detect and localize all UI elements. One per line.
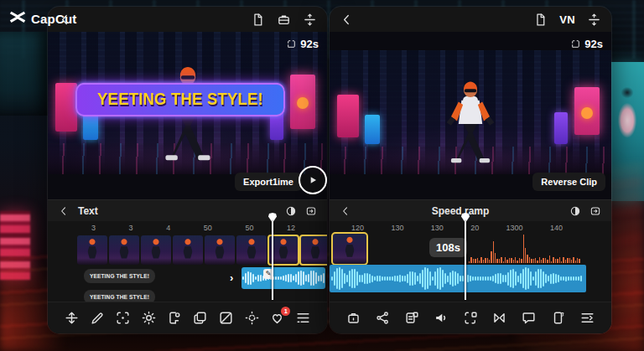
selected-clip-thumbnail[interactable] — [332, 233, 367, 265]
filmstrip-frame[interactable] — [300, 235, 327, 265]
waveform-bar — [470, 257, 471, 263]
waveform-bar — [409, 271, 411, 285]
waveform-bar — [313, 271, 314, 286]
audio-track-waveform[interactable] — [330, 265, 586, 292]
scene-billboard-pink — [55, 83, 77, 132]
audio-clip[interactable]: ✎ — [242, 267, 325, 289]
case-icon[interactable] — [345, 310, 361, 326]
waveform-bar — [257, 275, 259, 281]
scene-billboard-face — [290, 75, 315, 129]
back-icon[interactable] — [340, 13, 354, 27]
capcut-video-preview[interactable]: 92s YEETING THE STYLE! Export1ime — [48, 32, 327, 199]
maskoff-icon[interactable] — [218, 310, 234, 326]
waveform-bar — [354, 269, 356, 288]
select-icon[interactable] — [115, 310, 131, 326]
waveform-bar — [575, 261, 576, 263]
timeline-ruler[interactable]: 120130130201300140 — [330, 221, 611, 235]
waveform-bar — [397, 276, 398, 282]
chevron-right-icon[interactable]: › — [230, 271, 233, 284]
vn-video-preview[interactable]: 92s Reverse Clip — [330, 32, 611, 199]
contrast-icon[interactable] — [285, 205, 297, 217]
pencil-icon[interactable] — [90, 310, 106, 326]
waveform-bar — [473, 259, 474, 263]
overlap-icon[interactable] — [192, 310, 208, 326]
text-clip[interactable]: YEETING THE STYLE! — [84, 269, 155, 283]
ruler-tick-label: 50 — [204, 224, 212, 232]
waveform-bar — [344, 273, 345, 285]
waveform-bar — [245, 273, 247, 283]
filmstrip-frame[interactable] — [141, 235, 171, 265]
focus-icon[interactable] — [244, 310, 260, 326]
waveform-bar — [532, 276, 534, 281]
sun-icon[interactable] — [141, 310, 157, 326]
waveform-bar — [535, 258, 536, 263]
ruler-tick-label: 130 — [391, 224, 403, 232]
waveform-bar — [422, 270, 423, 287]
briefcase-icon[interactable] — [277, 13, 291, 27]
capture-icon[interactable] — [463, 310, 479, 326]
waveform-bar — [511, 258, 512, 263]
contrast-icon[interactable] — [569, 205, 581, 217]
waveform-bar — [457, 273, 459, 283]
transition-icon[interactable] — [491, 310, 507, 326]
waveform-bar — [569, 258, 570, 263]
phone3-icon[interactable] — [550, 310, 566, 326]
speed-ramp-waveform[interactable] — [469, 235, 583, 263]
sticker-icon[interactable] — [167, 310, 183, 326]
waveform-bar — [515, 271, 517, 286]
layers-icon[interactable] — [295, 310, 311, 326]
filmstrip-frame[interactable] — [205, 235, 235, 265]
speaker-icon[interactable] — [434, 310, 449, 326]
duration-bracket-icon — [286, 39, 297, 49]
waveform-bar — [555, 259, 556, 263]
filmstrip-frame[interactable] — [173, 235, 203, 265]
vn-timeline-body: 108s — [330, 235, 611, 333]
preview-scene — [330, 50, 611, 174]
export-split-icon[interactable] — [587, 13, 601, 27]
share-icon[interactable] — [375, 310, 391, 326]
capcut-toolbar: 1 — [48, 302, 327, 333]
play-button[interactable] — [299, 166, 327, 194]
filmstrip-frame[interactable] — [109, 235, 139, 265]
vn-toolbar — [330, 302, 611, 333]
tracks-icon[interactable] — [579, 310, 595, 326]
file-icon[interactable] — [533, 13, 548, 27]
export-split-icon[interactable] — [303, 13, 317, 27]
timeline-ruler[interactable]: 334505012 — [48, 221, 327, 235]
caption-overlay[interactable]: YEETING THE STYLE! — [75, 83, 285, 116]
waveform-bar — [550, 274, 552, 284]
waveform-bar — [519, 258, 520, 263]
export-button[interactable]: Export1ime — [235, 173, 302, 191]
video-filmstrip[interactable] — [77, 235, 327, 265]
waveform-bar — [285, 275, 287, 282]
waveform-bar — [525, 248, 526, 263]
waveform-bar — [563, 276, 564, 281]
filmstrip-frame[interactable] — [77, 235, 107, 265]
waveform-bar — [359, 275, 361, 281]
file-icon[interactable] — [251, 13, 265, 27]
waveform-bar — [500, 273, 501, 283]
waveform-bar — [543, 271, 544, 286]
waveform-bar — [539, 257, 540, 263]
waveform-bar — [247, 271, 249, 285]
waveform-bar — [449, 272, 451, 286]
docexport-icon[interactable] — [404, 310, 420, 326]
back-icon[interactable] — [58, 205, 70, 217]
waveform-bar — [278, 276, 279, 281]
waveform-bar — [480, 276, 481, 281]
frame-capture-icon[interactable] — [305, 205, 317, 217]
heart-icon[interactable]: 1 — [269, 310, 285, 326]
transform-icon[interactable] — [64, 310, 80, 326]
app-comparison-screen: CapCut — [0, 0, 644, 351]
waveform-bar — [361, 275, 363, 282]
waveform-bar — [489, 260, 490, 263]
comment-icon[interactable] — [521, 310, 537, 326]
filmstrip-frame[interactable] — [236, 235, 267, 265]
playhead-line — [465, 221, 466, 300]
waveform-bar — [364, 273, 366, 284]
waveform-bar — [557, 259, 558, 263]
waveform-bar — [538, 269, 539, 288]
back-icon[interactable] — [340, 205, 351, 217]
frame-capture-icon[interactable] — [589, 205, 601, 217]
reverse-clip-button[interactable]: Reverse Clip — [532, 173, 605, 191]
